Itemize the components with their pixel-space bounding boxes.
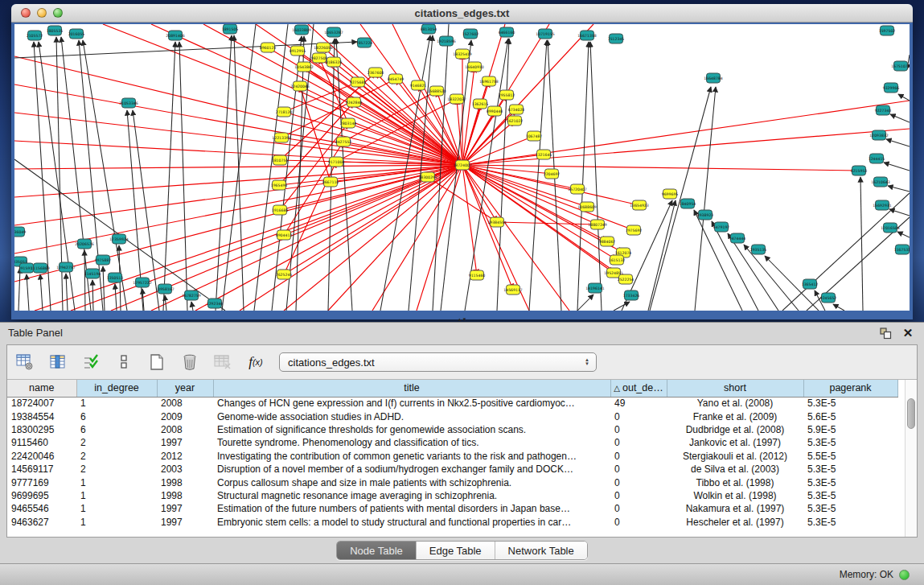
graph-node[interactable]: 18325419: [453, 49, 471, 59]
graph-node[interactable]: 1891505: [222, 24, 239, 34]
graph-node[interactable]: 9329966: [883, 83, 900, 93]
tab-edge-table[interactable]: Edge Table: [417, 542, 495, 559]
table-cell[interactable]: 1: [76, 489, 157, 502]
table-cell[interactable]: Stergiakouli et al. (2012): [667, 450, 803, 463]
graph-node[interactable]: 8938923: [697, 210, 714, 220]
graph-node[interactable]: 6734028: [508, 105, 525, 114]
graph-node[interactable]: 8912955: [290, 46, 306, 56]
column-header-name[interactable]: name: [7, 380, 76, 397]
graph-node[interactable]: 9975887: [95, 255, 112, 265]
graph-node[interactable]: 8990448: [487, 106, 503, 116]
table-cell[interactable]: Changes of HCN gene expression and I(f) …: [213, 397, 610, 410]
table-cell[interactable]: Embryonic stem cells: a model to study s…: [213, 516, 610, 529]
graph-node[interactable]: 1527602: [462, 29, 479, 39]
table-cell[interactable]: 1998: [157, 489, 213, 502]
tab-node-table[interactable]: Node Table: [337, 542, 417, 559]
show-columns-icon[interactable]: [48, 353, 68, 371]
table-cell[interactable]: 1997: [157, 436, 213, 449]
table-cell[interactable]: 2: [76, 436, 157, 449]
table-row[interactable]: 977716911998Corpus callosum shape and si…: [7, 476, 897, 488]
table-cell[interactable]: 19384554: [7, 410, 76, 422]
graph-node[interactable]: 2016055: [68, 29, 85, 39]
graph-node[interactable]: 9884067: [599, 237, 616, 246]
table-cell[interactable]: 0: [610, 463, 667, 476]
graph-node[interactable]: 8904412: [276, 230, 293, 240]
table-row[interactable]: 1830029562008Estimation of significance …: [7, 423, 897, 436]
graph-node[interactable]: 7975692: [626, 225, 643, 235]
table-cell[interactable]: Estimation of significance thresholds fo…: [213, 423, 610, 436]
graph-node[interactable]: 10653287: [324, 27, 343, 37]
table-cell[interactable]: 2: [76, 463, 157, 476]
table-cell[interactable]: 0: [610, 502, 667, 515]
graph-node[interactable]: 10719155: [536, 29, 554, 39]
graph-node[interactable]: 1167533: [894, 245, 910, 254]
table-row[interactable]: 946554611997Estimation of the future num…: [7, 502, 897, 515]
table-cell[interactable]: 5.3E-5: [803, 397, 897, 410]
table-mode-icon[interactable]: [15, 353, 35, 371]
tab-network-table[interactable]: Network Table: [495, 542, 587, 559]
graph-node[interactable]: 1597502: [879, 26, 896, 35]
graph-node[interactable]: 17359924: [109, 234, 128, 244]
table-cell[interactable]: 0: [610, 423, 667, 436]
table-row[interactable]: 969969511998Structural magnetic resonanc…: [7, 489, 897, 502]
graph-node[interactable]: 1365412: [802, 279, 819, 289]
table-cell[interactable]: 9463627: [7, 516, 76, 529]
graph-node[interactable]: 18226058: [314, 43, 332, 52]
column-header-in_degree[interactable]: in_degree: [76, 380, 157, 397]
graph-node[interactable]: 1145194: [84, 269, 101, 278]
graph-node[interactable]: 8186328: [326, 57, 343, 67]
graph-node[interactable]: 2204697: [544, 169, 561, 179]
table-cell[interactable]: Dudbridge et al. (2008): [667, 423, 803, 436]
panel-splitter[interactable]: ▲▼: [456, 318, 469, 323]
graph-node[interactable]: 20891406: [166, 31, 184, 40]
graph-node[interactable]: 9699695: [662, 189, 679, 199]
graph-node[interactable]: 8667110: [322, 177, 339, 187]
table-cell[interactable]: Investigating the contribution of common…: [213, 450, 610, 463]
table-cell[interactable]: 0: [610, 489, 667, 502]
table-cell[interactable]: Jankovic et al. (1997): [667, 436, 803, 449]
graph-node[interactable]: 12942757: [56, 262, 75, 272]
graph-node[interactable]: 9245652: [820, 293, 837, 303]
table-cell[interactable]: 0: [610, 450, 667, 463]
graph-node[interactable]: 1362615: [472, 99, 489, 109]
table-cell[interactable]: 0: [610, 410, 667, 422]
table-cell[interactable]: 9777169: [7, 476, 76, 488]
graph-node[interactable]: 1733426: [623, 290, 640, 300]
table-cell[interactable]: 49: [610, 397, 667, 410]
graph-node[interactable]: 7625245: [276, 270, 293, 279]
delete-table-icon[interactable]: [213, 353, 232, 371]
table-cell[interactable]: 1997: [157, 516, 213, 529]
graph-node[interactable]: 15720407: [568, 184, 586, 194]
table-cell[interactable]: 1998: [157, 476, 213, 488]
graph-node[interactable]: 16782759: [182, 290, 200, 300]
graph-node[interactable]: 2718120: [276, 107, 293, 117]
graph-node[interactable]: 12093832: [869, 130, 888, 140]
graph-node[interactable]: 21053346: [119, 98, 138, 108]
table-cell[interactable]: 2009: [157, 410, 213, 422]
zoom-window-button[interactable]: [53, 8, 63, 18]
graph-node[interactable]: 10543862: [294, 62, 313, 72]
table-cell[interactable]: Yano et al. (2008): [667, 397, 803, 410]
graph-node[interactable]: 2105572: [27, 31, 43, 40]
graph-node[interactable]: 22420046: [290, 81, 309, 91]
column-header-pagerank[interactable]: pagerank: [803, 380, 897, 397]
table-cell[interactable]: 0: [610, 436, 667, 449]
window-titlebar[interactable]: citations_edges.txt: [11, 4, 913, 23]
close-panel-icon[interactable]: ✕: [900, 327, 916, 340]
graph-node[interactable]: 15688520: [427, 86, 446, 96]
graph-node[interactable]: 1621022: [507, 116, 524, 126]
table-cell[interactable]: 6: [76, 423, 157, 436]
table-cell[interactable]: 6: [76, 410, 157, 422]
table-cell[interactable]: 9115460: [7, 436, 76, 449]
table-cell[interactable]: 5.5E-5: [803, 450, 897, 463]
table-row[interactable]: 911546021997Tourette syndrome. Phenomeno…: [7, 436, 897, 449]
table-cell[interactable]: Estimation of the future numbers of pati…: [213, 502, 610, 515]
graph-node[interactable]: 16640910: [465, 62, 483, 72]
table-row[interactable]: 1872400712008Changes of HCN gene express…: [7, 397, 897, 410]
graph-node[interactable]: 10958167: [155, 284, 174, 294]
table-cell[interactable]: 5.9E-5: [803, 423, 897, 436]
graph-node[interactable]: 1067487: [526, 131, 543, 141]
close-window-button[interactable]: [21, 8, 31, 18]
table-cell[interactable]: 5.6E-5: [803, 410, 897, 422]
table-cell[interactable]: 1997: [157, 502, 213, 515]
